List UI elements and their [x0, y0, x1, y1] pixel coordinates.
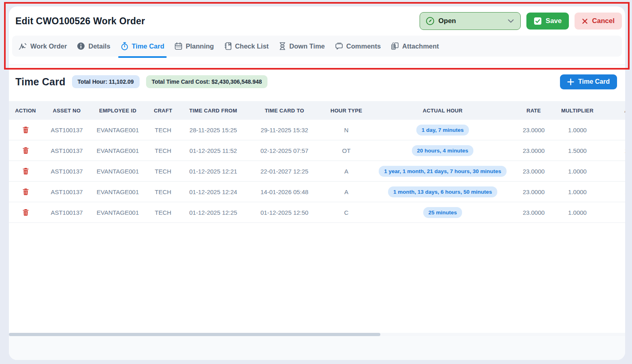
page-title: Edit CWO100526 Work Order	[15, 16, 145, 27]
hour-type: A	[324, 161, 368, 181]
hour-type: OT	[324, 140, 368, 161]
table-row: AST100137 EVANTAGE001 TECH 01-12-2025 12…	[9, 182, 625, 202]
asset-no: AST100137	[42, 161, 91, 181]
tab-time-card[interactable]: Time Card	[121, 36, 164, 57]
tab-label: Work Order	[30, 42, 67, 50]
trash-icon	[22, 147, 29, 154]
adder: 1.0000	[604, 182, 625, 202]
col-hour-type: HOUR TYPE	[324, 101, 368, 120]
active-tab-underline	[118, 56, 167, 58]
tab-planning[interactable]: Planning	[174, 36, 214, 57]
tab-check-list[interactable]: Check List	[224, 36, 269, 57]
time-card-from: 01-12-2025 12:24	[182, 182, 244, 202]
tab-label: Attachment	[402, 42, 439, 50]
actual-hour-pill: 20 hours, 4 minutes	[412, 145, 474, 156]
signature-icon	[19, 42, 27, 50]
adder: 2.0000	[604, 140, 625, 161]
time-card-to: 02-12-2025 07:57	[244, 140, 324, 161]
rate: 23.0000	[517, 161, 550, 181]
col-time-card-to: TIME CARD TO	[244, 101, 324, 120]
tab-label: Check List	[235, 42, 269, 50]
actual-hour-pill: 1 month, 13 days, 6 hours, 50 minutes	[388, 186, 497, 197]
col-craft: CRAFT	[144, 101, 182, 120]
asset-no: AST100137	[42, 140, 91, 161]
adder: 1.0000	[604, 161, 625, 181]
card-footer	[9, 336, 625, 360]
multiplier: 1.5000	[550, 140, 604, 161]
employee-id: EVANTAGE001	[91, 182, 144, 202]
comments-icon	[335, 42, 343, 50]
col-rate: RATE	[517, 101, 550, 120]
actual-hour-pill: 1 year, 1 month, 21 days, 7 hours, 30 mi…	[379, 166, 507, 177]
add-time-card-button[interactable]: Time Card	[560, 74, 617, 89]
save-button[interactable]: Save	[526, 13, 569, 30]
rate: 23.0000	[517, 182, 550, 202]
adder: .0000	[604, 120, 625, 140]
col-actual-hour: ACTUAL HOUR	[368, 101, 517, 120]
adder	[604, 202, 625, 222]
cancel-button[interactable]: Cancel	[575, 13, 622, 30]
asset-no: AST100137	[42, 182, 91, 202]
table-row: AST100137 EVANTAGE001 TECH 28-11-2025 15…	[9, 120, 625, 140]
chevron-down-icon	[508, 19, 514, 23]
trash-icon	[22, 188, 29, 195]
rate: 23.0000	[517, 202, 550, 222]
tab-details[interactable]: Details	[77, 36, 110, 57]
header-divider	[9, 65, 625, 65]
calendar-icon	[174, 42, 182, 50]
craft: TECH	[144, 182, 182, 202]
craft: TECH	[144, 202, 182, 222]
time-card-from: 01-12-2025 12:21	[182, 161, 244, 181]
status-label: Open	[439, 17, 456, 25]
time-card-table: ACTION ASSET NO EMPLOYEE ID CRAFT TIME C…	[9, 101, 625, 223]
table-row: AST100137 EVANTAGE001 TECH 01-12-2025 11…	[9, 140, 625, 161]
multiplier: 1.0000	[550, 161, 604, 181]
tab-label: Details	[88, 42, 110, 50]
employee-id: EVANTAGE001	[91, 140, 144, 161]
tab-work-order[interactable]: Work Order	[19, 36, 67, 57]
multiplier: 1.0000	[550, 202, 604, 222]
section-title: Time Card	[15, 76, 66, 88]
tab-comments[interactable]: Comments	[335, 36, 381, 57]
delete-row-button[interactable]	[21, 166, 31, 176]
status-open-icon	[426, 17, 435, 25]
checklist-icon	[224, 42, 232, 50]
horizontal-scrollbar-track[interactable]	[9, 333, 625, 336]
tab-down-time[interactable]: Down Time	[279, 36, 325, 57]
actual-hour-pill: 1 day, 7 minutes	[416, 125, 469, 135]
actual-hour-pill: 25 minutes	[423, 207, 462, 218]
trash-icon	[22, 126, 29, 133]
time-card-to: 14-01-2026 05:48	[244, 182, 324, 202]
craft: TECH	[144, 161, 182, 181]
multiplier: 1.0000	[550, 182, 604, 202]
time-card-from: 01-12-2025 12:25	[182, 202, 244, 222]
table-row: AST100137 EVANTAGE001 TECH 01-12-2025 12…	[9, 202, 625, 223]
total-cost-badge: Total Time Card Cost: $2,430,306,548.948	[146, 75, 268, 88]
asset-no: AST100137	[42, 120, 91, 140]
multiplier: 1.0000	[550, 120, 604, 140]
trash-icon	[22, 209, 29, 216]
employee-id: EVANTAGE001	[91, 120, 144, 140]
tab-label: Planning	[186, 42, 214, 50]
col-asset-no: ASSET NO	[42, 101, 91, 120]
time-card-to: 01-12-2025 12:50	[244, 202, 324, 222]
horizontal-scrollbar-thumb[interactable]	[9, 333, 380, 336]
tab-attachment[interactable]: Attachment	[391, 36, 439, 57]
tab-label: Down Time	[289, 42, 325, 50]
cancel-label: Cancel	[592, 17, 615, 25]
col-employee-id: EMPLOYEE ID	[91, 101, 144, 120]
hour-type: A	[324, 182, 368, 202]
employee-id: EVANTAGE001	[91, 161, 144, 181]
table-header-row: ACTION ASSET NO EMPLOYEE ID CRAFT TIME C…	[9, 101, 625, 120]
delete-row-button[interactable]	[21, 186, 31, 197]
rate: 23.0000	[517, 120, 550, 140]
status-dropdown[interactable]: Open	[420, 12, 521, 30]
delete-row-button[interactable]	[21, 125, 31, 135]
plus-icon	[567, 78, 574, 85]
total-hour-badge: Total Hour: 11,102.09	[72, 75, 140, 88]
save-check-icon	[534, 17, 542, 25]
save-label: Save	[546, 17, 562, 25]
delete-row-button[interactable]	[21, 145, 31, 156]
add-button-label: Time Card	[578, 78, 610, 85]
delete-row-button[interactable]	[21, 207, 31, 218]
